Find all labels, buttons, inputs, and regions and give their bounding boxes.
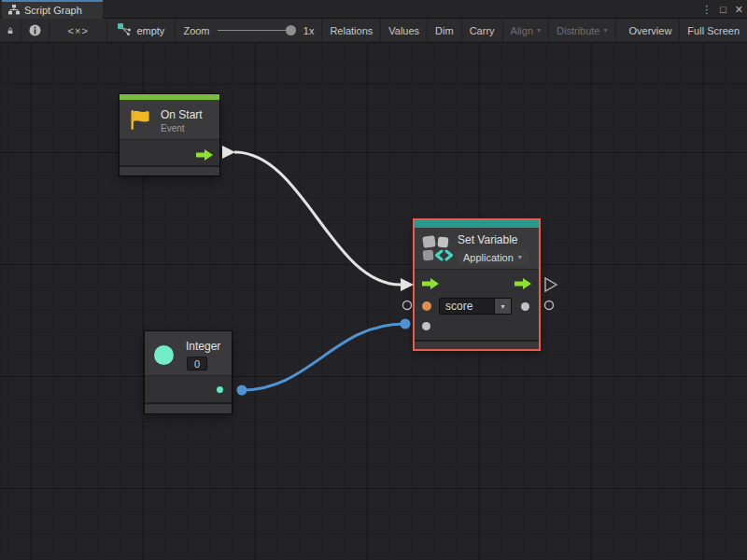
integer-body	[145, 375, 232, 402]
chevron-down-icon: ▾	[604, 26, 608, 35]
breadcrumb-label: empty	[136, 25, 164, 36]
zoom-section: Zoom 1x	[176, 19, 322, 42]
lock-button[interactable]	[0, 19, 21, 42]
set-variable-control-output-port[interactable]	[514, 276, 531, 293]
toolbar-button-dim[interactable]: Dim	[428, 19, 462, 42]
title-bar: Script Graph ⋮ □ ✕	[0, 0, 747, 19]
code-brackets-icon: <×>	[68, 25, 89, 36]
component-binding-button[interactable]: <×>	[49, 19, 107, 42]
zoom-slider-track	[218, 30, 296, 31]
integer-header[interactable]: Integer 0	[145, 331, 232, 375]
on-start-header[interactable]: On Start Event	[120, 100, 219, 139]
integer-footer	[145, 404, 232, 413]
button-label: Full Screen	[687, 25, 740, 36]
set-variable-control-input-port[interactable]	[422, 276, 439, 293]
lock-icon	[7, 25, 13, 36]
toolbar-button-align[interactable]: Align ▾	[503, 19, 549, 42]
node-title: On Start	[161, 108, 203, 121]
graph-canvas[interactable]	[0, 43, 747, 560]
variable-name-dropdown-button[interactable]: ▾	[495, 298, 512, 315]
zoom-label: Zoom	[183, 25, 209, 36]
toolbar-button-values[interactable]: Values	[381, 19, 428, 42]
integer-value: 0	[194, 358, 200, 370]
info-icon	[29, 24, 41, 36]
window-menu-icon[interactable]: ⋮	[701, 0, 712, 19]
button-label: Dim	[435, 25, 454, 36]
set-variable-value-input-port[interactable]	[422, 322, 430, 330]
button-label: Values	[388, 25, 419, 36]
zoom-slider-handle[interactable]	[286, 25, 296, 35]
node-set-variable[interactable]: Set Variable Application ▾ score ▾	[415, 220, 539, 349]
node-integer[interactable]: Integer 0	[145, 331, 232, 413]
chevron-down-icon: ▾	[500, 302, 504, 311]
chevron-down-icon: ▾	[518, 253, 522, 261]
on-start-footer	[120, 167, 219, 175]
graph-node-icon	[118, 23, 131, 37]
tab-title: Script Graph	[24, 5, 82, 16]
node-title: Set Variable	[458, 233, 517, 246]
tab-script-graph[interactable]: Script Graph	[2, 0, 103, 19]
on-start-body	[120, 139, 219, 165]
set-variable-value-output-port[interactable]	[521, 302, 529, 311]
zoom-value: 1x	[303, 25, 315, 36]
set-variable-body: score ▾	[415, 269, 539, 340]
integer-output-port[interactable]	[217, 386, 223, 393]
variable-scope-dropdown[interactable]: Application ▾	[457, 249, 529, 265]
window-controls: ⋮ □ ✕	[701, 0, 743, 19]
button-label: Distribute	[557, 25, 599, 36]
set-variable-name-port[interactable]	[422, 301, 431, 311]
integer-value-field[interactable]: 0	[187, 357, 207, 371]
graph-toolbar: <×> empty Zoom 1x Relations	[0, 19, 747, 43]
set-variable-header[interactable]: Set Variable Application ▾	[415, 228, 539, 269]
toolbar-button-full-screen[interactable]: Full Screen	[680, 19, 747, 42]
variable-name-value: score	[445, 300, 472, 313]
close-icon[interactable]: ✕	[735, 0, 743, 19]
set-variable-icon	[421, 233, 453, 267]
breadcrumb[interactable]: empty	[107, 19, 176, 42]
button-label: Align	[511, 25, 533, 36]
variable-name-field[interactable]: score	[439, 298, 495, 315]
info-button[interactable]	[21, 19, 49, 42]
toolbar-button-carry[interactable]: Carry	[462, 19, 503, 42]
variable-color-bar	[415, 220, 539, 228]
toolbar-button-distribute[interactable]: Distribute ▾	[549, 19, 615, 42]
script-graph-window: Script Graph ⋮ □ ✕ <×>	[0, 0, 747, 560]
toolbar-button-overview[interactable]: Overview	[622, 19, 681, 42]
zoom-slider[interactable]	[218, 25, 296, 35]
chevron-down-icon: ▾	[537, 26, 541, 35]
graph-hierarchy-icon	[8, 2, 20, 19]
button-label: Relations	[330, 25, 373, 36]
integer-type-icon	[154, 345, 174, 365]
set-variable-footer	[415, 342, 539, 349]
toolbar-button-relations[interactable]: Relations	[322, 19, 381, 42]
on-start-trigger-output-port[interactable]	[196, 147, 213, 164]
button-label: Overview	[629, 25, 672, 36]
node-title: Integer	[186, 340, 220, 353]
maximize-icon[interactable]: □	[720, 0, 726, 19]
node-subtitle: Event	[161, 123, 185, 133]
node-on-start[interactable]: On Start Event	[120, 94, 219, 175]
flag-icon	[127, 107, 151, 136]
button-label: Carry	[470, 25, 495, 36]
scope-value: Application	[463, 252, 514, 263]
